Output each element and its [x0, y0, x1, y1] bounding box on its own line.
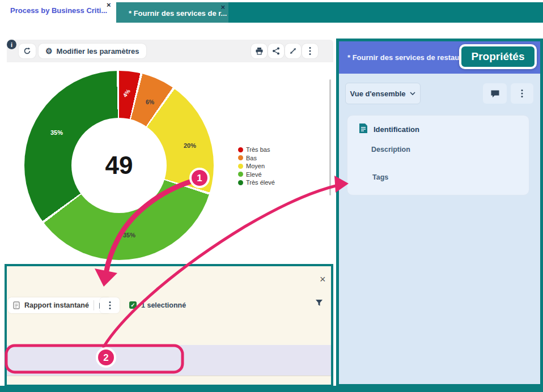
identification-card: Identification Description Tags: [347, 115, 529, 195]
tab-strip-background: [228, 2, 543, 23]
kebab-icon: [521, 89, 523, 98]
tab-process-by-business-criticality[interactable]: Process by Business Criti...: [10, 6, 107, 15]
donut-hole: 49: [71, 118, 167, 213]
legend-item: Très élevé: [238, 178, 275, 187]
chart-toolbar: ⚙ Modifier les paramètres i: [7, 40, 333, 62]
expand-button[interactable]: [285, 44, 301, 58]
legend-label: Bas: [246, 155, 257, 161]
chart-panel: ⚙ Modifier les paramètres i: [7, 39, 333, 262]
legend-item: Moyen: [238, 162, 275, 171]
chart-legend: Très bas Bas Moyen Elevé Très élevé: [238, 146, 275, 187]
legend-dot-bas: [238, 155, 243, 160]
report-document-icon: [13, 301, 20, 309]
tab-fournir-des-services[interactable]: * Fournir des services de r... ×: [116, 2, 228, 23]
donut-center-total: 49: [105, 151, 133, 180]
comments-button[interactable]: [483, 83, 507, 104]
modify-parameters-button[interactable]: ⚙ Modifier les paramètres: [39, 44, 146, 58]
chart-kebab-menu-button[interactable]: [302, 44, 318, 58]
tab2-label: * Fournir des services de r...: [129, 9, 227, 18]
legend-item: Elevé: [238, 171, 275, 179]
donut-chart-area: 49 4% 6% 20% 35% 35%: [24, 71, 214, 260]
legend-label: Elevé: [246, 171, 262, 178]
refresh-button[interactable]: [19, 44, 36, 58]
view-selector-dropdown[interactable]: Vue d'ensemble: [345, 83, 421, 104]
legend-label: Moyen: [246, 163, 265, 169]
instant-report-button[interactable]: Rapport instantané: [8, 297, 111, 313]
legend-dot-moyen: [238, 164, 243, 169]
slice-label-tres-eleve: 35%: [50, 129, 63, 136]
kebab-icon: [109, 301, 111, 310]
print-button[interactable]: [251, 44, 267, 58]
refresh-icon: [23, 47, 31, 55]
list-kebab-menu-button[interactable]: [100, 297, 120, 313]
share-button[interactable]: [268, 44, 284, 58]
selection-summary-checkbox[interactable]: ✓: [129, 301, 137, 309]
legend-item: Très bas: [238, 146, 275, 154]
properties-panel: * Fournir des services de restaurat Prop…: [336, 39, 543, 387]
kebab-icon: [309, 46, 311, 56]
slice-label-moyen: 20%: [184, 142, 196, 149]
share-icon: [272, 47, 280, 55]
legend-item: Bas: [238, 154, 275, 163]
identification-section-title[interactable]: Identification: [374, 125, 419, 134]
instant-report-label: Rapport instantané: [24, 301, 89, 309]
properties-kebab-menu-button[interactable]: [511, 83, 533, 104]
gear-icon: ⚙: [45, 46, 53, 56]
legend-label: Très élevé: [246, 179, 275, 186]
description-field-label[interactable]: Description: [371, 146, 410, 154]
table-row-fournir-des-services[interactable]: ✓ * Fournir des serv ...: [7, 345, 331, 376]
view-selector-label: Vue d'ensemble: [350, 90, 406, 98]
legend-label: Très bas: [246, 146, 270, 153]
filter-icon[interactable]: [315, 299, 323, 306]
app-root: Process by Business Criti... × * Fournir…: [0, 0, 543, 392]
panel-close-icon[interactable]: ×: [320, 274, 326, 286]
print-icon: [255, 47, 264, 55]
process-list-panel: × Rapport instantané ✓ 1 selectionné: [5, 264, 333, 387]
modify-parameters-label: Modifier les paramètres: [57, 47, 139, 56]
selected-count-label: 1 selectionné: [141, 301, 186, 309]
tags-field-label[interactable]: Tags: [372, 173, 388, 181]
legend-dot-eleve: [238, 172, 243, 177]
legend-dot-tres-eleve: [238, 180, 243, 185]
slice-label-bas: 6%: [146, 99, 154, 105]
chevron-down-icon: [410, 92, 415, 95]
properties-title: * Fournir des services de restaurat: [347, 53, 461, 62]
identification-document-icon: [359, 123, 368, 134]
proprietes-callout-badge: Propriétés: [459, 44, 537, 69]
button-divider: [94, 300, 94, 310]
vertical-scrollbar[interactable]: [329, 79, 331, 195]
table-row-achat-a-long-terme[interactable]: Achat à long terme PRESALES (EN) ::Proce…: [7, 376, 331, 387]
table-header-row: Nom Local ↑ Nom: [7, 327, 331, 346]
tab2-close-icon[interactable]: ×: [220, 3, 225, 11]
legend-dot-tres-bas: [238, 147, 243, 152]
comment-bubble-icon: [490, 90, 500, 98]
expand-icon: [289, 47, 297, 55]
tab1-close-icon[interactable]: ×: [107, 1, 111, 9]
slice-label-eleve: 35%: [123, 232, 135, 238]
info-icon[interactable]: i: [7, 40, 16, 49]
